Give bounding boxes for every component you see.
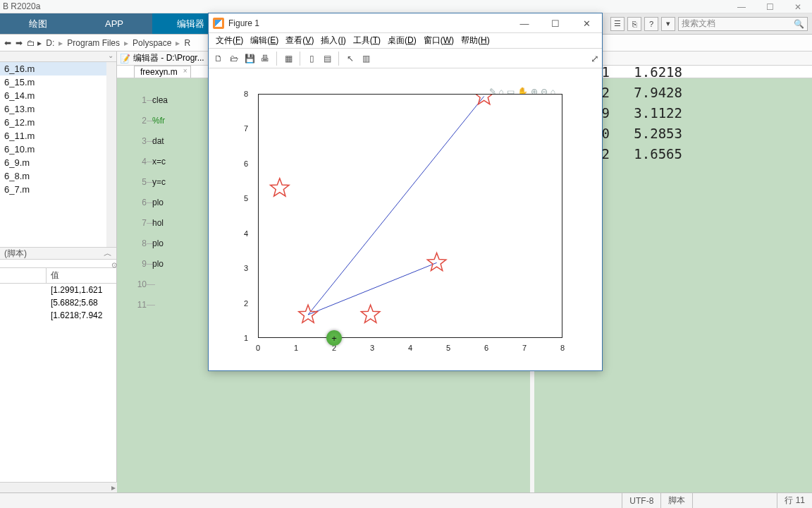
figure-toolbar[interactable]: 🗋 🗁 💾 🖶 ▦ ▯ ▤ ↖ ▥ ⤢	[209, 49, 602, 68]
open-icon[interactable]: 🗁	[227, 52, 241, 66]
nav-back-icon[interactable]: ⬅	[4, 38, 11, 48]
ytick: 3	[244, 264, 248, 272]
properties-icon[interactable]: ▥	[359, 52, 373, 66]
editor-code[interactable]: clea%frdatx=cy=cploholploplo	[152, 90, 168, 274]
xtick: 4	[408, 344, 412, 352]
ytick: 8	[244, 90, 248, 98]
minimize-button[interactable]: —	[727, 0, 756, 13]
panel-menu-icon[interactable]: ⊙	[111, 261, 117, 269]
svg-marker-6	[474, 95, 493, 104]
fig-minimize-button[interactable]: —	[509, 13, 540, 33]
file-item[interactable]: 6_16.m	[0, 62, 116, 75]
status-line: 行 11	[777, 493, 812, 508]
menu-w[interactable]: 窗口(W)	[421, 35, 457, 47]
xtick: 5	[446, 344, 450, 352]
svg-line-1	[308, 262, 437, 315]
xtick: 0	[256, 344, 260, 352]
figure-titlebar[interactable]: Figure 1 — ☐ ✕	[209, 13, 602, 33]
dock-icon[interactable]: ⤢	[588, 52, 602, 66]
maximize-button[interactable]: ☐	[756, 0, 784, 13]
crumb-seg3[interactable]: R	[184, 38, 190, 48]
matlab-figure-icon	[213, 18, 224, 29]
layout-icon[interactable]: ⎘	[627, 17, 641, 31]
svg-marker-2	[271, 179, 289, 196]
crumb-seg1[interactable]: Program Files	[67, 38, 120, 48]
filelist-header: ⌄	[0, 52, 116, 62]
close-tab-icon[interactable]: ×	[183, 67, 187, 75]
data-cursor[interactable]: +	[326, 330, 342, 346]
shortcut-icon[interactable]: ☰	[610, 17, 625, 31]
file-item[interactable]: 6_11.m	[0, 129, 116, 143]
nav-fwd-icon[interactable]: ➡	[16, 38, 23, 48]
workspace-row[interactable]: [5.6882;5.68	[0, 296, 116, 309]
search-icon: 🔍	[794, 19, 804, 29]
app-title-bar: B R2020a	[0, 0, 812, 13]
fig-close-button[interactable]: ✕	[571, 13, 602, 33]
ytick: 7	[244, 124, 248, 133]
figure-window[interactable]: Figure 1 — ☐ ✕ 文件(F)编辑(E)查看(V)插入(I)工具(T)…	[208, 13, 603, 371]
ytick: 1	[244, 334, 248, 342]
xtick: 1	[294, 344, 298, 352]
axes-container: ✎⌂▭✋⊕⊖⌂ 12345678 012345678 +	[245, 90, 562, 351]
file-item[interactable]: 6_9.m	[0, 156, 116, 169]
folder-icon[interactable]: 🗀 ▸	[27, 38, 42, 48]
menu-t[interactable]: 工具(T)	[350, 35, 383, 47]
inspector-icon[interactable]: ▯	[304, 52, 319, 66]
xtick: 8	[560, 344, 565, 352]
crumb-seg2[interactable]: Polyspace	[133, 38, 171, 48]
search-input[interactable]: 搜索文档 🔍	[678, 17, 808, 31]
scrollbar[interactable]	[106, 62, 116, 247]
plot-svg	[259, 95, 562, 337]
file-item[interactable]: 6_8.m	[0, 169, 116, 183]
prefs-icon[interactable]: ▾	[661, 17, 675, 31]
file-item[interactable]: 6_12.m	[0, 116, 116, 129]
close-button[interactable]: ✕	[784, 0, 812, 13]
command-output: 91 1.6218 32 7.9428 39 3.1122 90 5.2853 …	[593, 62, 682, 164]
help-icon[interactable]: ?	[644, 17, 658, 31]
h-scrollbar[interactable]: ▸	[0, 482, 117, 492]
current-folder-panel: ⌄ 6_16.m6_15.m6_14.m6_13.m6_12.m6_11.m6_…	[0, 52, 117, 492]
file-item[interactable]: 6_13.m	[0, 102, 116, 116]
svg-marker-5	[427, 253, 445, 270]
menu-v[interactable]: 查看(V)	[283, 35, 316, 47]
menu-i[interactable]: 插入(I)	[318, 35, 348, 47]
menu-h[interactable]: 帮助(H)	[458, 35, 493, 47]
tab-app[interactable]: APP	[76, 13, 152, 34]
axes[interactable]	[258, 94, 562, 338]
layout1-icon[interactable]: ▦	[281, 52, 295, 66]
menu-f[interactable]: 文件(F)	[213, 35, 246, 47]
menu-d[interactable]: 桌面(D)	[385, 35, 419, 47]
chevron-up-icon: ︿	[104, 248, 112, 260]
xtick: 6	[484, 344, 488, 352]
status-mode: 脚本	[660, 493, 692, 508]
ws-col-name[interactable]	[0, 268, 47, 283]
chevron-down-icon[interactable]: ⌄	[108, 52, 113, 59]
print-icon[interactable]: 🖶	[258, 52, 272, 66]
figure-menubar[interactable]: 文件(F)编辑(E)查看(V)插入(I)工具(T)桌面(D)窗口(W)帮助(H)	[209, 33, 602, 49]
figure-title: Figure 1	[228, 18, 259, 28]
tab-plot[interactable]: 绘图	[0, 13, 76, 34]
crumb-drive[interactable]: D:	[46, 38, 54, 48]
file-item[interactable]: 6_7.m	[0, 183, 116, 196]
editor-file-tab[interactable]: freexyn.m ×	[134, 66, 191, 78]
file-list[interactable]: 6_16.m6_15.m6_14.m6_13.m6_12.m6_11.m6_10…	[0, 62, 116, 247]
ytick: 6	[244, 159, 248, 168]
pointer-icon[interactable]: ↖	[343, 52, 357, 66]
workspace-row[interactable]: [1.6218;7.942	[0, 309, 116, 322]
details-header[interactable]: (脚本) ︿	[0, 247, 116, 260]
file-item[interactable]: 6_10.m	[0, 143, 116, 156]
save-icon[interactable]: 💾	[242, 52, 257, 66]
editor-gutter: 1234567891011	[127, 90, 147, 315]
grid-icon[interactable]: ▤	[320, 52, 334, 66]
file-item[interactable]: 6_14.m	[0, 89, 116, 102]
fig-maximize-button[interactable]: ☐	[540, 13, 571, 33]
workspace-panel: 值 [1.2991,1.621[5.6882;5.68[1.6218;7.942	[0, 268, 116, 492]
file-item[interactable]: 6_15.m	[0, 75, 116, 89]
ytick: 5	[244, 194, 248, 202]
workspace-row[interactable]: [1.2991,1.621	[0, 284, 116, 296]
ytick: 2	[244, 299, 248, 308]
menu-e[interactable]: 编辑(E)	[247, 35, 281, 47]
main-window-controls: — ☐ ✕	[727, 0, 812, 13]
new-fig-icon[interactable]: 🗋	[211, 52, 226, 66]
ws-col-value[interactable]: 值	[47, 268, 116, 283]
